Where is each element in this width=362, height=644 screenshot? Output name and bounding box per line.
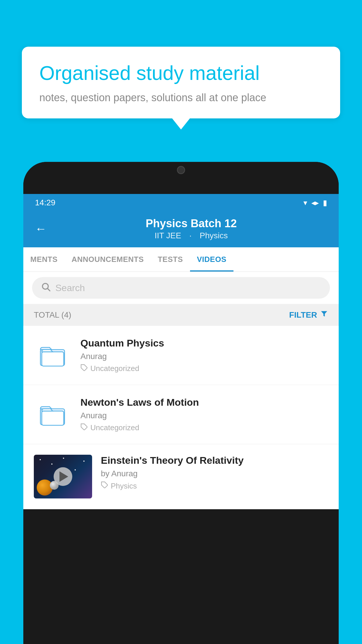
search-placeholder: Search [55, 283, 85, 293]
tab-ments[interactable]: MENTS [23, 247, 65, 272]
subtitle-physics: Physics [200, 231, 228, 240]
video-tag-text-2: Uncategorized [90, 423, 139, 432]
phone-top [23, 162, 339, 194]
status-icons: ▾ ◂▸ ▮ [303, 198, 327, 207]
header-title: Physics Batch 12 [55, 217, 327, 230]
video-author-3: by Anurag [101, 469, 328, 478]
phone-camera [177, 166, 185, 174]
status-time: 14:29 [35, 198, 303, 207]
thumb-2 [34, 396, 72, 433]
video-item-3[interactable]: Einstein's Theory Of Relativity by Anura… [23, 444, 339, 509]
video-title-2: Newton's Laws of Motion [80, 397, 328, 408]
play-button[interactable] [54, 467, 72, 486]
bubble-title: Organised study material [39, 61, 323, 85]
status-bar: 14:29 ▾ ◂▸ ▮ [23, 194, 339, 211]
video-author-2: Anurag [80, 411, 328, 420]
tag-icon-3 [101, 481, 108, 491]
phone-notch [149, 162, 213, 178]
video-tag-3: Physics [101, 481, 328, 491]
svg-line-1 [48, 288, 50, 291]
filter-icon [320, 310, 328, 320]
tag-icon-2 [80, 423, 88, 433]
filter-bar: TOTAL (4) FILTER [23, 304, 339, 326]
back-button[interactable]: ← [35, 222, 47, 235]
video-tag-1: Uncategorized [80, 364, 328, 373]
subtitle-sep: · [189, 231, 194, 240]
app-header: ← Physics Batch 12 IIT JEE · Physics [23, 211, 339, 247]
tag-icon-1 [80, 364, 88, 373]
svg-marker-2 [321, 311, 327, 317]
tab-bar: MENTS ANNOUNCEMENTS TESTS VIDEOS [23, 247, 339, 272]
video-list: Quantum Physics Anurag Uncategorized [23, 326, 339, 509]
video-title-1: Quantum Physics [80, 337, 328, 349]
header-subtitle: IIT JEE · Physics [55, 231, 327, 240]
phone-frame: 14:29 ▾ ◂▸ ▮ ← Physics Batch 12 IIT JEE … [23, 162, 339, 644]
speech-bubble: Organised study material notes, question… [22, 47, 340, 118]
play-overlay [34, 455, 92, 498]
svg-rect-4 [42, 352, 64, 366]
bubble-subtitle: notes, question papers, solutions all at… [39, 92, 323, 104]
filter-button[interactable]: FILTER [289, 310, 328, 320]
tab-announcements[interactable]: ANNOUNCEMENTS [65, 247, 151, 272]
battery-icon: ▮ [323, 198, 327, 207]
search-icon [41, 282, 51, 294]
signal-icon: ◂▸ [311, 198, 319, 207]
video-info-1: Quantum Physics Anurag Uncategorized [80, 337, 328, 373]
folder-icon-2 [38, 403, 67, 426]
thumb-3 [34, 455, 92, 498]
video-tag-text-1: Uncategorized [90, 364, 139, 373]
wifi-icon: ▾ [303, 198, 307, 207]
thumb-1 [34, 336, 72, 374]
video-item-2[interactable]: Newton's Laws of Motion Anurag Uncategor… [23, 385, 339, 444]
tab-tests[interactable]: TESTS [151, 247, 190, 272]
total-count: TOTAL (4) [34, 310, 71, 320]
video-tag-text-3: Physics [111, 482, 137, 491]
video-item-1[interactable]: Quantum Physics Anurag Uncategorized [23, 326, 339, 385]
folder-icon-1 [38, 344, 67, 367]
video-info-3: Einstein's Theory Of Relativity by Anura… [101, 455, 328, 491]
play-triangle [59, 471, 68, 482]
video-author-1: Anurag [80, 352, 328, 361]
video-tag-2: Uncategorized [80, 423, 328, 433]
tab-videos[interactable]: VIDEOS [190, 247, 233, 272]
svg-rect-7 [42, 411, 64, 425]
search-wrapper: Search [23, 272, 339, 304]
video-info-2: Newton's Laws of Motion Anurag Uncategor… [80, 397, 328, 433]
header-info: Physics Batch 12 IIT JEE · Physics [55, 217, 327, 240]
search-bar[interactable]: Search [32, 277, 330, 299]
filter-label: FILTER [289, 310, 317, 320]
subtitle-iit: IIT JEE [154, 231, 181, 240]
video-title-3: Einstein's Theory Of Relativity [101, 455, 328, 466]
